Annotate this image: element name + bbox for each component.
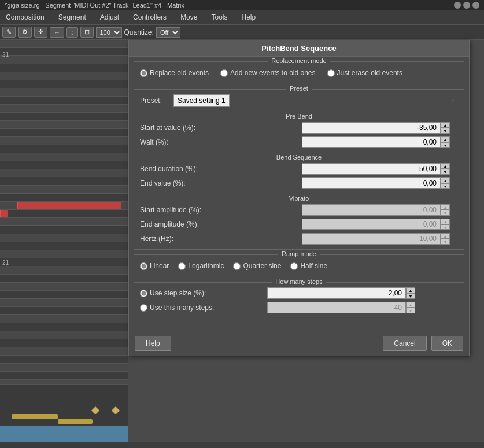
toolbar-btn-6[interactable]: ⊞ bbox=[80, 27, 94, 38]
bend-duration-up[interactable]: ▲ bbox=[441, 163, 450, 169]
menu-tools[interactable]: Tools bbox=[208, 12, 231, 23]
menu-move[interactable]: Move bbox=[177, 12, 201, 23]
use-this-many-label[interactable]: Use this many steps: bbox=[140, 303, 267, 312]
radio-use-step-size[interactable] bbox=[140, 290, 147, 297]
zoom-select[interactable]: 100 50 200 bbox=[96, 27, 122, 38]
radio-linear[interactable] bbox=[140, 262, 147, 270]
radio-use-this-many[interactable] bbox=[140, 304, 147, 312]
window-title: *giga size.rg - Segment "MIDI Out #2" Tr… bbox=[5, 2, 184, 9]
radio-erase-label[interactable]: Just erase old events bbox=[327, 69, 402, 77]
dialog-footer: Help Cancel OK bbox=[129, 331, 469, 356]
use-this-many-up[interactable]: ▲ bbox=[406, 302, 415, 308]
end-value-label: End value (%): bbox=[140, 179, 302, 187]
end-amplitude-label: End amplitude (%): bbox=[140, 220, 302, 228]
menu-help[interactable]: Help bbox=[238, 12, 259, 23]
toolbar-btn-2[interactable]: ⚙ bbox=[18, 27, 32, 38]
minimize-button[interactable] bbox=[463, 2, 470, 9]
radio-quarter-sine[interactable] bbox=[233, 262, 241, 270]
replacement-mode-group: Replace old events Add new events to old… bbox=[140, 66, 458, 79]
use-step-size-down[interactable]: ▼ bbox=[406, 293, 415, 299]
radio-replace[interactable] bbox=[140, 69, 147, 77]
wait-down[interactable]: ▼ bbox=[441, 142, 450, 148]
use-step-size-input[interactable]: 2,00 bbox=[267, 287, 406, 299]
end-amplitude-input[interactable]: 0,00 bbox=[302, 219, 441, 230]
use-this-many-input-wrapper: 40 ▲ ▼ bbox=[267, 302, 423, 313]
menu-composition[interactable]: Composition bbox=[2, 12, 48, 23]
use-this-many-spinners: ▲ ▼ bbox=[406, 302, 415, 313]
use-step-size-up[interactable]: ▲ bbox=[406, 287, 415, 293]
start-at-value-down[interactable]: ▼ bbox=[441, 128, 450, 134]
hertz-up[interactable]: ▲ bbox=[441, 233, 450, 239]
wait-input[interactable]: 0,00 bbox=[302, 136, 441, 148]
use-this-many-input[interactable]: 40 bbox=[267, 302, 406, 313]
wait-row: Wait (%): 0,00 ▲ ▼ bbox=[140, 136, 458, 148]
radio-logarithmic[interactable] bbox=[178, 262, 186, 270]
bend-duration-wrapper: 50,00 ▲ ▼ bbox=[302, 163, 458, 175]
toolbar-btn-4[interactable]: ↔ bbox=[50, 27, 64, 38]
start-amplitude-input[interactable]: 0,00 bbox=[302, 204, 441, 216]
radio-logarithmic-label[interactable]: Logarithmic bbox=[178, 262, 224, 270]
maximize-button[interactable] bbox=[472, 2, 479, 9]
toolbar-btn-1[interactable]: ✎ bbox=[2, 27, 16, 38]
menu-adjust[interactable]: Adjust bbox=[97, 12, 123, 23]
start-at-value-label: Start at value (%): bbox=[140, 124, 302, 132]
hertz-label: Hertz (Hz): bbox=[140, 235, 302, 243]
preset-legend: Preset bbox=[286, 85, 312, 92]
end-amplitude-up[interactable]: ▲ bbox=[441, 219, 450, 224]
start-amplitude-down[interactable]: ▼ bbox=[441, 210, 450, 216]
pitchbend-dialog: PitchBend Sequence Replacement mode Repl… bbox=[128, 40, 470, 356]
dialog-title: PitchBend Sequence bbox=[129, 40, 469, 57]
radio-half-sine-label[interactable]: Half sine bbox=[290, 262, 327, 270]
how-many-steps-legend: How many steps bbox=[272, 278, 326, 285]
radio-add-label[interactable]: Add new events to old ones bbox=[220, 69, 315, 77]
hertz-down[interactable]: ▼ bbox=[441, 239, 450, 245]
use-step-size-label[interactable]: Use step size (%): bbox=[140, 289, 267, 297]
hertz-input[interactable]: 10,00 bbox=[302, 233, 441, 245]
radio-erase[interactable] bbox=[327, 69, 335, 77]
radio-quarter-sine-text: Quarter sine bbox=[243, 262, 281, 270]
dialog-body: Replacement mode Replace old events Add … bbox=[129, 57, 469, 331]
radio-add-text: Add new events to old ones bbox=[230, 69, 315, 77]
start-amplitude-row: Start amplitude (%): 0,00 ▲ ▼ bbox=[140, 204, 458, 216]
diamond-marker-1 bbox=[112, 406, 120, 414]
ramp-mode-section: Ramp mode Linear Logarithmic Quarter bbox=[134, 254, 464, 277]
close-button[interactable] bbox=[454, 2, 461, 9]
end-value-up[interactable]: ▲ bbox=[441, 177, 450, 183]
note-block-2 bbox=[0, 210, 8, 217]
row-label-21: 21 bbox=[2, 51, 9, 58]
start-amplitude-up[interactable]: ▲ bbox=[441, 204, 450, 210]
radio-add[interactable] bbox=[220, 69, 228, 77]
cancel-button[interactable]: Cancel bbox=[383, 336, 426, 351]
help-button[interactable]: Help bbox=[135, 336, 171, 351]
radio-replace-label[interactable]: Replace old events bbox=[140, 69, 209, 77]
radio-quarter-sine-label[interactable]: Quarter sine bbox=[233, 262, 281, 270]
ok-button[interactable]: OK bbox=[431, 336, 463, 351]
start-at-value-input[interactable]: -35,00 bbox=[302, 122, 441, 134]
preset-select[interactable]: Saved setting 1 Saved setting 2 Default bbox=[173, 94, 230, 107]
matrix-panel: 21 21 bbox=[0, 40, 128, 442]
toolbar-btn-5[interactable]: ↕ bbox=[66, 27, 78, 38]
start-at-value-up[interactable]: ▲ bbox=[441, 122, 450, 128]
window-controls bbox=[454, 2, 479, 9]
toolbar-btn-3[interactable]: ✛ bbox=[34, 27, 47, 38]
bend-duration-input[interactable]: 50,00 bbox=[302, 163, 441, 175]
radio-erase-text: Just erase old events bbox=[337, 69, 402, 77]
hertz-spinners: ▲ ▼ bbox=[441, 233, 450, 245]
end-value-down[interactable]: ▼ bbox=[441, 183, 450, 189]
end-amplitude-down[interactable]: ▼ bbox=[441, 224, 450, 230]
hertz-row: Hertz (Hz): 10,00 ▲ ▼ bbox=[140, 233, 458, 245]
radio-linear-label[interactable]: Linear bbox=[140, 262, 169, 270]
end-value-input[interactable]: 0,00 bbox=[302, 177, 441, 189]
menu-controllers[interactable]: Controllers bbox=[130, 12, 170, 23]
radio-half-sine[interactable] bbox=[290, 262, 298, 270]
ramp-mode-legend: Ramp mode bbox=[278, 250, 320, 257]
preset-label: Preset: bbox=[140, 97, 169, 105]
bend-duration-down[interactable]: ▼ bbox=[441, 169, 450, 175]
quantize-select[interactable]: Off 1/4 1/8 bbox=[156, 27, 180, 38]
radio-half-sine-text: Half sine bbox=[300, 262, 327, 270]
start-at-value-row: Start at value (%): -35,00 ▲ ▼ bbox=[140, 122, 458, 134]
wait-up[interactable]: ▲ bbox=[441, 136, 450, 142]
replacement-mode-legend: Replacement mode bbox=[268, 57, 330, 64]
use-this-many-down[interactable]: ▼ bbox=[406, 308, 415, 313]
menu-segment[interactable]: Segment bbox=[55, 12, 90, 23]
